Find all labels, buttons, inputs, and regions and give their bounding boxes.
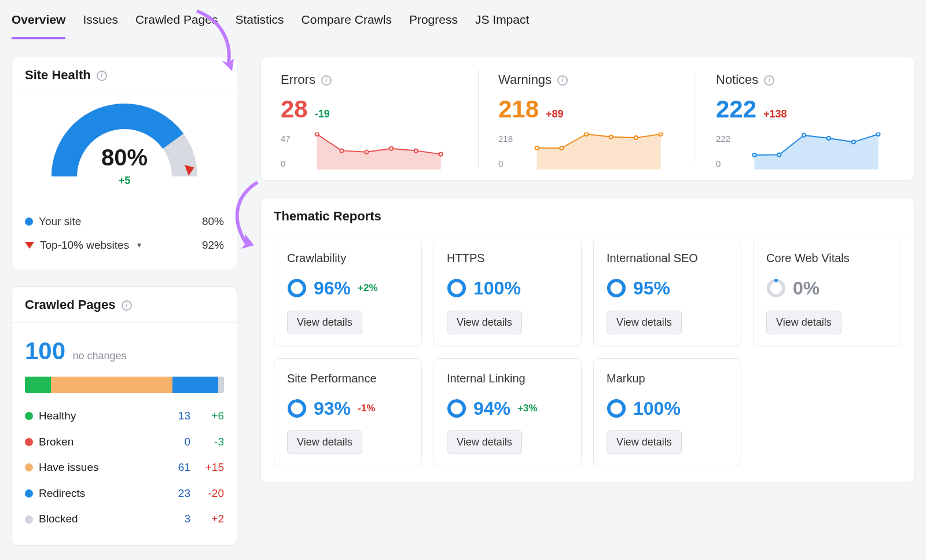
- info-icon[interactable]: [321, 75, 332, 86]
- bar-segment-blocked[interactable]: [218, 377, 224, 393]
- site-health-delta: +5: [49, 174, 200, 188]
- crawled-row-delta: -3: [196, 434, 224, 450]
- stat-value: 218: [498, 93, 539, 127]
- progress-ring-icon: [287, 278, 307, 298]
- report-card: Crawlability96%+2%View details: [274, 238, 422, 347]
- svg-point-11: [659, 132, 663, 136]
- crawled-row-delta: +15: [196, 460, 224, 476]
- report-pct: 100%: [473, 275, 521, 301]
- stat-notices[interactable]: Notices222+1382220: [696, 57, 914, 180]
- stat-warnings[interactable]: Warnings218+892180: [479, 57, 696, 180]
- view-details-button[interactable]: View details: [287, 430, 362, 454]
- crawled-row-label: Redirects: [39, 486, 161, 502]
- svg-point-2: [365, 150, 368, 154]
- crawled-row-value: 61: [167, 460, 190, 476]
- legend-row: Your site80%: [25, 210, 224, 234]
- stat-delta: +138: [763, 107, 787, 121]
- stat-title: Notices: [716, 71, 758, 89]
- legend-label: Your site: [39, 214, 81, 230]
- crawled-pages-title: Crawled Pages: [25, 296, 116, 314]
- tab-overview[interactable]: Overview: [12, 8, 65, 39]
- tab-progress[interactable]: Progress: [409, 8, 458, 39]
- tab-compare-crawls[interactable]: Compare Crawls: [302, 8, 392, 39]
- view-details-button[interactable]: View details: [766, 311, 842, 334]
- stat-axis: 2220: [716, 132, 730, 170]
- view-details-button[interactable]: View details: [447, 430, 522, 454]
- report-card: HTTPS100%View details: [433, 238, 582, 347]
- crawled-row[interactable]: Have issues61+15: [25, 455, 224, 481]
- crawled-row-value: 23: [167, 486, 190, 502]
- stat-delta: +89: [546, 107, 564, 121]
- sparkline: [295, 132, 462, 170]
- tab-issues[interactable]: Issues: [83, 8, 118, 39]
- report-pct: 96%: [314, 275, 351, 301]
- triangle-down-icon: [25, 242, 34, 249]
- info-icon[interactable]: [764, 75, 774, 86]
- progress-ring-icon: [447, 278, 466, 298]
- sparkline: [517, 132, 680, 170]
- crawled-row-label: Have issues: [39, 460, 161, 476]
- report-card: Site Performance93%-1%View details: [274, 358, 422, 467]
- crawled-row[interactable]: Broken0-3: [25, 429, 224, 455]
- crawled-row[interactable]: Redirects23-20: [25, 481, 224, 507]
- bar-segment-have-issues[interactable]: [51, 377, 172, 393]
- progress-ring-icon: [607, 278, 626, 298]
- crawled-row[interactable]: Blocked3+2: [25, 506, 224, 532]
- crawled-pages-note: no changes: [73, 350, 127, 362]
- bar-segment-healthy[interactable]: [25, 377, 51, 393]
- crawled-row[interactable]: Healthy13+6: [25, 403, 224, 429]
- crawled-row-label: Broken: [39, 434, 161, 450]
- svg-point-1: [340, 149, 343, 152]
- stat-errors[interactable]: Errors28-19470: [261, 57, 479, 180]
- svg-point-12: [753, 153, 756, 157]
- view-details-button[interactable]: View details: [607, 311, 682, 334]
- legend-value: 80%: [202, 214, 224, 230]
- svg-point-10: [634, 136, 638, 139]
- report-title: Crawlability: [287, 250, 409, 266]
- report-delta: -1%: [358, 401, 375, 415]
- report-pct: 0%: [793, 275, 820, 301]
- legend-value: 92%: [202, 238, 224, 253]
- view-details-button[interactable]: View details: [607, 430, 682, 454]
- crawled-pages-total: 100: [25, 334, 65, 369]
- dot-icon: [25, 412, 33, 420]
- info-icon[interactable]: [557, 75, 568, 86]
- svg-point-24: [769, 281, 784, 296]
- view-details-button[interactable]: View details: [447, 311, 522, 334]
- dot-icon: [25, 515, 33, 524]
- report-title: Markup: [607, 370, 728, 386]
- tab-js-impact[interactable]: JS Impact: [475, 8, 529, 39]
- progress-ring-icon: [607, 399, 626, 418]
- site-health-gauge: 80% +5: [49, 101, 200, 188]
- svg-point-19: [289, 281, 304, 296]
- view-details-button[interactable]: View details: [287, 311, 362, 334]
- svg-point-9: [609, 135, 613, 139]
- stat-value: 28: [281, 93, 308, 127]
- crawled-row-value: 13: [167, 408, 190, 424]
- report-pct: 100%: [633, 396, 681, 422]
- report-title: Internal Linking: [447, 370, 568, 386]
- svg-point-17: [877, 132, 880, 136]
- svg-point-31: [609, 401, 624, 416]
- stat-axis: 470: [281, 132, 291, 170]
- bar-segment-redirects[interactable]: [172, 377, 218, 393]
- dot-icon: [25, 218, 33, 226]
- report-title: HTTPS: [447, 250, 568, 266]
- report-pct: 95%: [633, 275, 670, 301]
- progress-ring-icon: [447, 399, 466, 418]
- svg-point-21: [449, 281, 464, 296]
- legend-row[interactable]: Top-10% websites▾92%: [25, 234, 224, 257]
- stat-title: Errors: [281, 71, 315, 89]
- thematic-reports-card: Thematic Reports Crawlability96%+2%View …: [260, 198, 914, 483]
- svg-point-4: [414, 149, 418, 152]
- svg-point-13: [777, 153, 781, 157]
- svg-point-7: [560, 146, 563, 150]
- crawled-row-value: 0: [167, 434, 190, 450]
- info-icon[interactable]: [122, 300, 132, 311]
- tab-crawled-pages[interactable]: Crawled Pages: [135, 8, 218, 39]
- report-card: Core Web Vitals0%View details: [753, 238, 901, 347]
- crawled-pages-card: Crawled Pages 100 no changes Healthy13+6…: [12, 286, 237, 546]
- report-card: Internal Linking94%+3%View details: [433, 358, 582, 467]
- info-icon[interactable]: [97, 71, 107, 81]
- tab-statistics[interactable]: Statistics: [236, 8, 284, 39]
